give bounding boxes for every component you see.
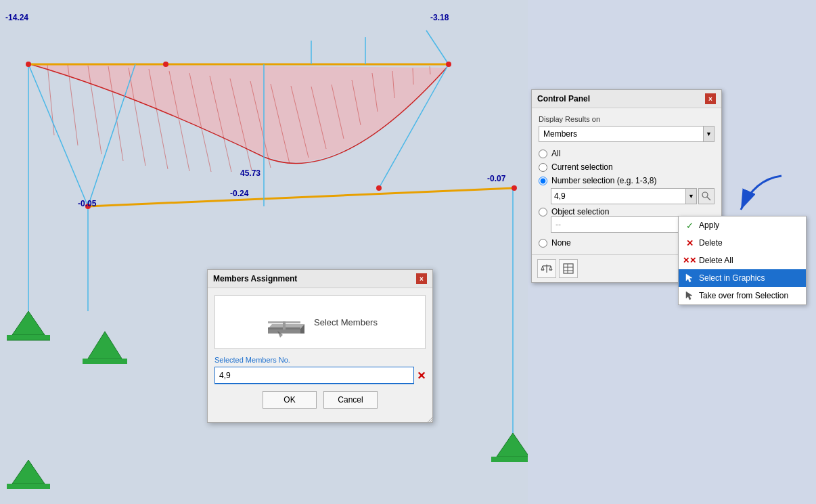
svg-rect-31 bbox=[7, 335, 50, 340]
menu-item-delete-label: Delete bbox=[699, 238, 723, 248]
svg-marker-72 bbox=[283, 321, 286, 329]
radio-current[interactable] bbox=[539, 163, 547, 172]
object-radio-group: Object selection bbox=[539, 207, 715, 216]
svg-marker-65 bbox=[686, 292, 692, 300]
svg-line-55 bbox=[707, 197, 710, 200]
radio-all-row[interactable]: All bbox=[539, 149, 715, 158]
number-dropdown-arrow: ▼ bbox=[686, 188, 697, 204]
svg-text:-3.18: -3.18 bbox=[430, 13, 449, 22]
cursor2-icon bbox=[684, 290, 695, 301]
svg-point-43 bbox=[446, 62, 451, 67]
members-dropdown[interactable]: Members bbox=[539, 126, 704, 142]
svg-rect-38 bbox=[7, 484, 50, 489]
select-members-preview-box: Select Members bbox=[214, 295, 426, 349]
svg-text:-0.07: -0.07 bbox=[487, 174, 506, 183]
control-panel-title: Control Panel bbox=[537, 94, 590, 104]
radio-current-row[interactable]: Current selection bbox=[539, 162, 715, 172]
svg-text:-0.05: -0.05 bbox=[78, 199, 97, 208]
dialog-resize-handle[interactable] bbox=[426, 415, 432, 422]
delete-icon: ✕ bbox=[684, 237, 695, 248]
canvas-area: -14.24 -3.18 -0.05 -0.24 -0.07 45.73 bbox=[0, 0, 528, 504]
dialog-titlebar: Members Assignment × bbox=[208, 270, 432, 288]
table-icon-button[interactable] bbox=[559, 259, 578, 278]
radio-number[interactable] bbox=[539, 177, 547, 185]
number-action-button[interactable] bbox=[698, 188, 715, 204]
number-selection-input[interactable]: 4,9 bbox=[551, 188, 686, 204]
svg-marker-64 bbox=[686, 274, 692, 282]
radio-number-row[interactable]: Number selection (e.g. 1-3,8) bbox=[539, 176, 715, 185]
menu-item-delete-all[interactable]: ✕✕ Delete All bbox=[679, 252, 806, 269]
svg-point-46 bbox=[163, 62, 168, 67]
clear-selection-button[interactable]: ✕ bbox=[417, 369, 426, 382]
control-panel-titlebar: Control Panel × bbox=[532, 90, 721, 108]
display-results-label: Display Results on bbox=[539, 115, 715, 123]
menu-item-delete-all-label: Delete All bbox=[699, 256, 733, 265]
dropdown-arrow-icon: ▼ bbox=[704, 126, 715, 142]
members-assignment-dialog: Members Assignment × Select Members Sele… bbox=[207, 269, 433, 423]
svg-point-54 bbox=[702, 192, 708, 198]
delete-all-icon: ✕✕ bbox=[684, 255, 695, 266]
check-icon: ✓ bbox=[684, 220, 695, 231]
cancel-button[interactable]: Cancel bbox=[323, 391, 378, 409]
dialog-close-button[interactable]: × bbox=[416, 273, 427, 284]
radio-object[interactable] bbox=[539, 208, 547, 216]
structural-diagram: -14.24 -3.18 -0.05 -0.24 -0.07 45.73 bbox=[0, 0, 528, 504]
svg-point-42 bbox=[26, 62, 31, 67]
menu-item-select-in-graphics[interactable]: Select in Graphics bbox=[679, 269, 806, 287]
menu-item-take-over-label: Take over from Selection bbox=[699, 291, 788, 300]
beam-icon bbox=[263, 305, 306, 339]
selected-members-no-row: 4,9 ✕ bbox=[214, 367, 426, 384]
selected-members-input[interactable]: 4,9 bbox=[214, 367, 414, 384]
selected-members-no-label: Selected Members No. bbox=[214, 356, 426, 364]
radio-current-label: Current selection bbox=[551, 162, 613, 172]
radio-none[interactable] bbox=[539, 239, 547, 248]
radio-object-label: Object selection bbox=[551, 207, 609, 216]
menu-item-delete[interactable]: ✕ Delete bbox=[679, 234, 806, 252]
radio-number-label: Number selection (e.g. 1-3,8) bbox=[551, 176, 656, 185]
svg-text:-14.24: -14.24 bbox=[5, 13, 28, 22]
svg-text:-0.24: -0.24 bbox=[230, 189, 249, 198]
menu-item-take-over[interactable]: Take over from Selection bbox=[679, 287, 806, 304]
svg-rect-36 bbox=[491, 457, 528, 462]
svg-rect-60 bbox=[564, 264, 573, 273]
radio-object-row[interactable]: Object selection bbox=[539, 207, 715, 216]
radio-all-label: All bbox=[551, 149, 560, 158]
cursor-icon bbox=[684, 273, 695, 283]
number-selection-row: 4,9 ▼ bbox=[551, 188, 715, 204]
selection-radio-group: All Current selection Number selection (… bbox=[539, 149, 715, 185]
dialog-title: Members Assignment bbox=[213, 274, 297, 283]
svg-marker-67 bbox=[268, 329, 300, 334]
select-members-label: Select Members bbox=[314, 317, 378, 327]
menu-item-apply-label: Apply bbox=[699, 221, 719, 230]
control-panel-close-button[interactable]: × bbox=[705, 93, 716, 104]
scales-icon-button[interactable] bbox=[537, 259, 556, 278]
context-menu: ✓ Apply ✕ Delete ✕✕ Delete All Select in… bbox=[678, 216, 807, 305]
menu-item-select-in-graphics-label: Select in Graphics bbox=[699, 273, 765, 283]
svg-line-76 bbox=[431, 421, 432, 423]
radio-all[interactable] bbox=[539, 150, 547, 158]
blue-arrow-annotation bbox=[734, 173, 788, 229]
ok-button[interactable]: OK bbox=[263, 391, 317, 409]
dialog-footer: OK Cancel bbox=[214, 391, 426, 415]
svg-point-45 bbox=[512, 185, 517, 191]
svg-point-47 bbox=[376, 185, 382, 191]
svg-text:45.73: 45.73 bbox=[240, 168, 260, 178]
svg-rect-34 bbox=[83, 359, 127, 364]
radio-none-label: None bbox=[551, 238, 571, 248]
